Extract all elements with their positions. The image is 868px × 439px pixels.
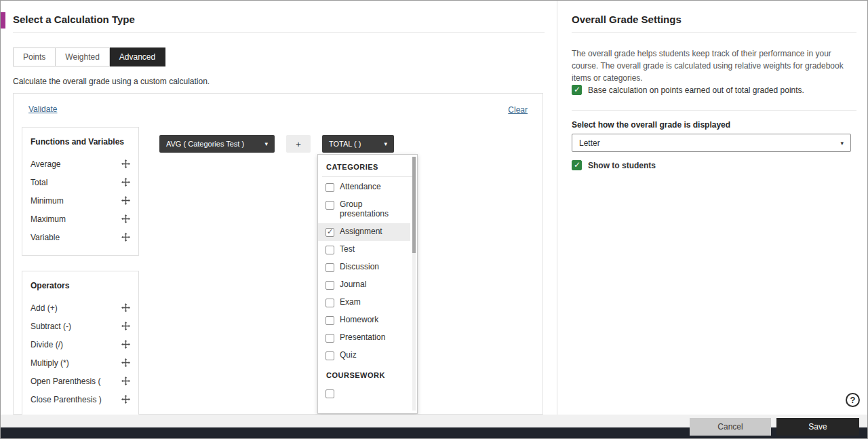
avg-pill-label: AVG ( Categories Test ) <box>166 140 244 148</box>
move-icon[interactable] <box>121 196 130 205</box>
category-option-discussion[interactable]: Discussion <box>318 259 410 276</box>
validate-link[interactable]: Validate <box>28 104 57 114</box>
add-operator-pill[interactable]: + <box>286 135 311 153</box>
calculation-type-tabs: Points Weighted Advanced <box>13 47 165 66</box>
category-option-journal[interactable]: Journal <box>318 276 410 294</box>
tab-points[interactable]: Points <box>13 47 56 66</box>
operators-panel: Operators Add (+) Subtract (-) Divide (/… <box>22 271 139 415</box>
save-button[interactable]: Save <box>776 418 859 436</box>
operator-item-close-parenthesis[interactable]: Close Parenthesis ) <box>31 390 130 408</box>
category-option-presentation[interactable]: Presentation <box>318 329 410 347</box>
category-option-group-presentations[interactable]: Group presentations <box>318 196 410 223</box>
total-categories-dropdown: CATEGORIES Attendance Group presentation… <box>317 154 418 414</box>
checkbox[interactable] <box>326 201 334 210</box>
operator-item-label: Add (+) <box>31 303 58 313</box>
operator-item-add[interactable]: Add (+) <box>31 299 130 317</box>
function-item-variable[interactable]: Variable <box>31 228 130 246</box>
chevron-down-icon: ▾ <box>264 140 268 147</box>
category-option-assignment[interactable]: Assignment <box>318 223 410 241</box>
overall-grade-settings-title: Overall Grade Settings <box>572 14 682 25</box>
move-icon[interactable] <box>121 214 130 223</box>
function-item-label: Maximum <box>31 214 66 224</box>
move-icon[interactable] <box>121 233 130 242</box>
category-option-label: Attendance <box>340 183 381 192</box>
cancel-button[interactable]: Cancel <box>690 418 771 436</box>
help-icon[interactable]: ? <box>846 393 860 407</box>
operator-item-label: Divide (/) <box>31 340 63 349</box>
show-to-students-label: Show to students <box>588 161 656 170</box>
scrollbar-thumb[interactable] <box>412 157 416 253</box>
category-option-label: Discussion <box>340 263 379 272</box>
panel-divider <box>557 1 557 415</box>
category-option-attendance[interactable]: Attendance <box>318 178 410 196</box>
operator-item-label: Open Parenthesis ( <box>31 377 100 386</box>
tab-advanced[interactable]: Advanced <box>110 47 165 66</box>
checkbox[interactable] <box>326 299 334 307</box>
operators-panel-title: Operators <box>31 281 130 290</box>
chevron-down-icon: ▾ <box>384 140 387 147</box>
move-icon[interactable] <box>121 178 130 187</box>
dropdown-scrollbar[interactable] <box>412 157 416 411</box>
operator-item-label: Subtract (-) <box>31 322 71 331</box>
move-icon[interactable] <box>121 159 130 168</box>
grade-display-select[interactable]: Letter ▾ <box>572 134 851 152</box>
functions-panel: Functions and Variables Average Total Mi… <box>22 127 139 256</box>
base-calculation-checkbox-row[interactable]: Base calculation on points earned out of… <box>572 85 804 95</box>
checkbox[interactable] <box>326 281 334 290</box>
category-option-test[interactable]: Test <box>318 241 410 259</box>
checkbox[interactable] <box>326 389 334 398</box>
function-item-label: Variable <box>31 233 60 242</box>
checkbox[interactable] <box>326 246 334 254</box>
category-option-label: Group presentations <box>340 200 403 219</box>
move-icon[interactable] <box>121 322 130 330</box>
accent-bar <box>1 12 5 28</box>
function-item-maximum[interactable]: Maximum <box>31 210 130 228</box>
function-item-label: Average <box>31 159 60 169</box>
move-icon[interactable] <box>121 340 130 349</box>
calculation-expression: AVG ( Categories Test ) ▾ + TOTAL ( ) ▾ <box>159 135 394 153</box>
function-item-minimum[interactable]: Minimum <box>31 191 130 210</box>
checkbox[interactable] <box>326 183 334 192</box>
tab-weighted[interactable]: Weighted <box>56 47 109 66</box>
calculation-type-title: Select a Calculation Type <box>13 14 135 25</box>
function-item-total[interactable]: Total <box>31 173 130 191</box>
total-function-pill[interactable]: TOTAL ( ) ▾ <box>322 135 394 153</box>
checkbox[interactable] <box>326 351 334 360</box>
clear-link[interactable]: Clear <box>508 105 528 115</box>
base-calculation-label: Base calculation on points earned out of… <box>588 85 804 95</box>
move-icon[interactable] <box>121 358 130 367</box>
category-option-quiz[interactable]: Quiz <box>318 347 410 364</box>
operator-item-multiply[interactable]: Multiply (*) <box>31 354 130 372</box>
function-item-label: Total <box>31 178 47 187</box>
checkbox[interactable] <box>326 334 334 343</box>
category-option-label: Journal <box>340 280 366 290</box>
checkbox-checked[interactable] <box>572 85 582 95</box>
custom-calculation-editor: Validate Clear Functions and Variables A… <box>13 93 543 415</box>
show-to-students-checkbox-row[interactable]: Show to students <box>572 160 656 170</box>
function-item-label: Minimum <box>31 196 64 206</box>
total-pill-label: TOTAL ( ) <box>329 140 361 148</box>
category-option-homework[interactable]: Homework <box>318 311 410 329</box>
move-icon[interactable] <box>121 395 130 404</box>
checkbox[interactable] <box>326 316 334 325</box>
checkbox-checked[interactable] <box>572 160 582 170</box>
category-option-label: Assignment <box>340 227 382 237</box>
coursework-option-partial[interactable] <box>318 385 410 402</box>
operator-item-label: Multiply (*) <box>31 358 69 368</box>
calculation-description: Calculate the overall grade using a cust… <box>13 77 210 86</box>
operator-item-open-parenthesis[interactable]: Open Parenthesis ( <box>31 372 130 390</box>
grade-display-label: Select how the overall grade is displaye… <box>572 120 730 130</box>
gradebook-settings-panel: Select a Calculation Type Points Weighte… <box>0 0 868 439</box>
overall-grade-description: The overall grade helps students keep tr… <box>572 47 858 84</box>
move-icon[interactable] <box>121 377 130 385</box>
operator-item-subtract[interactable]: Subtract (-) <box>31 317 130 335</box>
move-icon[interactable] <box>121 303 130 312</box>
checkbox[interactable] <box>326 263 334 272</box>
avg-function-pill[interactable]: AVG ( Categories Test ) ▾ <box>159 135 275 153</box>
function-item-average[interactable]: Average <box>31 155 130 173</box>
category-option-exam[interactable]: Exam <box>318 294 410 311</box>
coursework-section-header: COURSEWORK <box>318 364 417 385</box>
chevron-down-icon: ▾ <box>840 140 844 147</box>
checkbox[interactable] <box>326 228 334 237</box>
operator-item-divide[interactable]: Divide (/) <box>31 335 130 354</box>
